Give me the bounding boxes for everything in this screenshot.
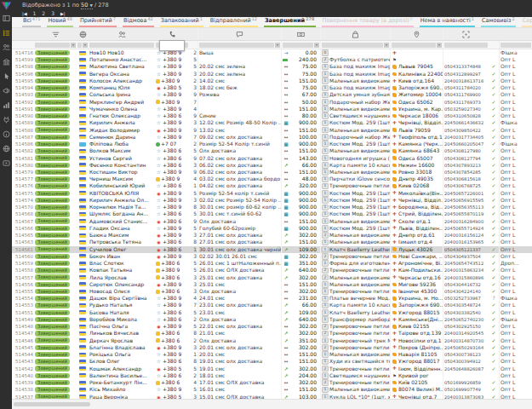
horizontal-scrollbar[interactable]	[12, 399, 532, 409]
table-row[interactable]: 514548ЗавершенийПасічна Ольга◉+380 9522.…	[12, 323, 532, 330]
page-button-1[interactable]: 1	[33, 10, 37, 16]
last-page-icon[interactable]: ▶|	[60, 11, 66, 16]
table-row[interactable]: 514574ЗавершенийКирилич Анжела Ол...☆+38…	[12, 197, 532, 204]
filter-input-delivery[interactable]	[392, 43, 436, 48]
table-row[interactable]: 514576ЗавершенийКобилинський Юрий☆+380 6…	[12, 182, 532, 189]
tab-1[interactable]: Всі471	[22, 17, 41, 27]
table-row[interactable]: 514575ЗавершенийКВІТОВСЬКА ЮЛІЯ◉+380 95Р…	[12, 190, 532, 197]
sidebar-item-web[interactable]	[0, 141, 12, 156]
table-row[interactable]: 514580ЗавершенийФесенко Константин☆+380 …	[12, 162, 532, 169]
table-row[interactable]: 514581ЗавершенийУстинов Сергей☆+380 6907…	[12, 155, 532, 162]
page-button-2[interactable]: 2	[42, 10, 45, 16]
sidebar-item-info[interactable]	[0, 127, 12, 141]
table-row[interactable]: 514563ЗавершенийПетровська Тетяна◉+380 6…	[12, 239, 532, 245]
sidebar-item-warehouse[interactable]	[0, 55, 12, 69]
sidebar-item-video-tutorials[interactable]	[0, 156, 12, 170]
table-row[interactable]: 514546ЗавершенийДеркач Ярослав+380 62Олх…	[12, 337, 532, 344]
table-row[interactable]: 514596ЗавершенийВегера Оксана☆+380 9320.…	[12, 71, 532, 78]
sidebar-item-integrations[interactable]	[0, 112, 12, 127]
table-row[interactable]: 514560ЗавершенийБокоч Иван◉+380 9302.02 …	[12, 253, 532, 260]
table-row[interactable]: 514598ЗавершенийМалютина Светлана☆+380 9…	[12, 63, 532, 70]
column-header-check[interactable]	[489, 28, 499, 40]
table-row[interactable]: 514595ЗавершенийКолосок Александр+380 92…	[12, 78, 532, 84]
table-row[interactable]: 514554ЗавершенийДацюк Віра Сергіївна☆+38…	[12, 295, 532, 302]
filter-input-price[interactable]	[283, 43, 313, 48]
table-row[interactable]: 514568ЗавершенийШумляс Богдана Ан...☆+38…	[12, 210, 532, 217]
filter-dropdown-comment[interactable]: ▾	[275, 43, 280, 48]
table-row[interactable]: 514591ЗавершенийЧумаченко Олена☆+380 94↔…	[12, 106, 532, 112]
table-row[interactable]: 514592ЗавершенийМерклингер Андрей+380 97…	[12, 99, 532, 106]
sidebar-item-customers[interactable]	[0, 40, 12, 55]
first-page-icon[interactable]: |◀	[22, 11, 27, 16]
table-row[interactable]: 514555ЗавершенийНовосад Олеся+380 63Олх …	[12, 288, 532, 295]
table-row[interactable]: 514545ЗавершенийБлагінна Владіслава◉+380…	[12, 344, 532, 351]
table-row[interactable]: 514566ЗавершенийГладик Оксана☆+380 95Гол…	[12, 225, 532, 232]
column-header-id[interactable]	[12, 28, 34, 40]
table-row[interactable]: 514551ЗавершенийБасова Наталя☆+380 6523.…	[12, 309, 532, 316]
table-row[interactable]: 514547ЗавершенийЛиньков Вячеслав+380 682…	[12, 330, 532, 337]
filter-dropdown-product[interactable]: ▾	[384, 43, 389, 48]
sidebar-item-panel-toggle[interactable]	[0, 11, 12, 26]
table-row[interactable]: 514542ЗавершенийКошмак Александр◉+380 55…	[12, 366, 532, 372]
filter-dropdown-flag[interactable]: ▾	[83, 43, 88, 48]
table-row[interactable]: 514539ЗавершенийРоке-Бетанкурт Лін...+38…	[12, 379, 532, 386]
table-row[interactable]: 514594ЗавершенийКомпанец Юля◉+380 5318.0…	[12, 84, 532, 91]
filter-input-product[interactable]	[322, 43, 383, 48]
app-logo[interactable]	[0, 0, 12, 11]
table-row[interactable]: 514561ЗавершенийСучилов Олег◉+380 6130.0…	[12, 246, 532, 253]
tab-7[interactable]: Завершений278	[264, 17, 316, 27]
table-row[interactable]: 514590ЗавершенийГнатюк Олександр☆+380 69…	[12, 112, 532, 119]
page-size-dropdown[interactable]: 50 ▼	[81, 2, 93, 9]
filter-input-comment[interactable]	[199, 43, 274, 48]
column-header-tracking[interactable]	[443, 28, 489, 40]
table-row[interactable]: 514589ЗавершенийКирилич Анжела☆+380 9312…	[12, 119, 532, 126]
table-row[interactable]: 514716ЗавершенийНов10 Нов10☆+380 92Выца→…	[12, 49, 532, 56]
table-row[interactable]: 514556ЗавершенийСиротюк Олександр◉+380 9…	[12, 281, 532, 288]
table-row[interactable]: 514538ЗавершенийКісь Михайло☆+380 9516.0…	[12, 386, 532, 393]
table-row[interactable]: 514544ЗавершенийРокіцька Ольга☆+380 9120…	[12, 351, 532, 358]
table-row[interactable]: 514567ЗавершенийАдамовский Станис...◉+38…	[12, 218, 532, 225]
table-row[interactable]: 514586ЗавершенийФіліпова Люба+7 072Розмі…	[12, 141, 532, 147]
table-row[interactable]: 514582ЗавершенийВолков Максим☆+380 65Олх…	[12, 147, 532, 154]
filter-dropdown-price[interactable]: ▾	[314, 43, 319, 48]
column-header-phone[interactable]	[155, 28, 189, 40]
scrollbar-thumb[interactable]	[14, 402, 90, 406]
table-row[interactable]: 514558ЗавершенийКовпак Татьяна+380 9526.…	[12, 267, 532, 274]
tab-2[interactable]: Новий48	[47, 17, 73, 27]
column-header-n[interactable]	[189, 28, 197, 40]
filter-input-name[interactable]	[89, 43, 154, 48]
table-row[interactable]: 514543ЗавершенийБєлов Олег☆+380 6819.01 …	[12, 358, 532, 365]
column-header-flag[interactable]	[77, 28, 89, 40]
tab-8[interactable]: Повернення товару (в дорозі)0	[322, 17, 414, 27]
tab-3[interactable]: Прийнятий7	[79, 17, 117, 27]
tab-4[interactable]: Відмова42	[123, 17, 154, 27]
table-row[interactable]: 514577ЗавершенийЧерниш Максим+380 9403.0…	[12, 176, 532, 182]
column-header-product[interactable]	[320, 28, 390, 40]
tab-5[interactable]: Запакований1	[160, 17, 203, 27]
phone-filter-input[interactable]	[159, 40, 185, 51]
filter-input-tag[interactable]	[501, 43, 531, 48]
filter-input-tracking[interactable]	[444, 43, 488, 48]
filter-dropdown-delivery[interactable]: ▾	[437, 43, 442, 48]
sidebar-item-statistics[interactable]	[0, 98, 12, 112]
filter-dropdown-status[interactable]: ▾	[71, 43, 76, 48]
tab-11[interactable]: Сервіси0	[522, 17, 532, 27]
table-row[interactable]: 514570ЗавершенийКорнелюк Надія Та...☆+38…	[12, 204, 532, 210]
filter-input-flag[interactable]	[77, 43, 82, 48]
tab-9[interactable]: Нема в наявності1	[420, 17, 475, 27]
column-header-name[interactable]	[89, 28, 155, 40]
table-row[interactable]: 514559ЗавершенийВлас Слотюк+380 6526.01 …	[12, 260, 532, 267]
table-row[interactable]: 514579ЗавершенийКостишин Виктор☆+380 990…	[12, 169, 532, 176]
table-row[interactable]: 514553ЗавершенийРудько Наталья☆+380 9723…	[12, 302, 532, 308]
table-row[interactable]: 514565ЗавершенийБаюка Максим◉+380 9327.0…	[12, 232, 532, 239]
table-row[interactable]: 514593ЗавершенийСольська Ірина☆+380 99Ро…	[12, 91, 532, 98]
tab-10[interactable]: Самовивіз2	[481, 17, 516, 27]
page-button-3[interactable]: 3	[51, 10, 54, 16]
column-header-comment[interactable]	[197, 28, 281, 40]
table-row[interactable]: 514549ЗавершенийВоробйов Микола☆+380 62О…	[12, 316, 532, 323]
tab-6[interactable]: Відправлений12	[209, 17, 258, 27]
sidebar-item-marketing[interactable]	[0, 84, 12, 98]
sidebar-item-hand-tool[interactable]	[0, 69, 12, 84]
table-row[interactable]: 514557ЗавершенийЛила Ярослав+380 6325.01…	[12, 274, 532, 281]
column-header-price[interactable]	[281, 28, 320, 40]
